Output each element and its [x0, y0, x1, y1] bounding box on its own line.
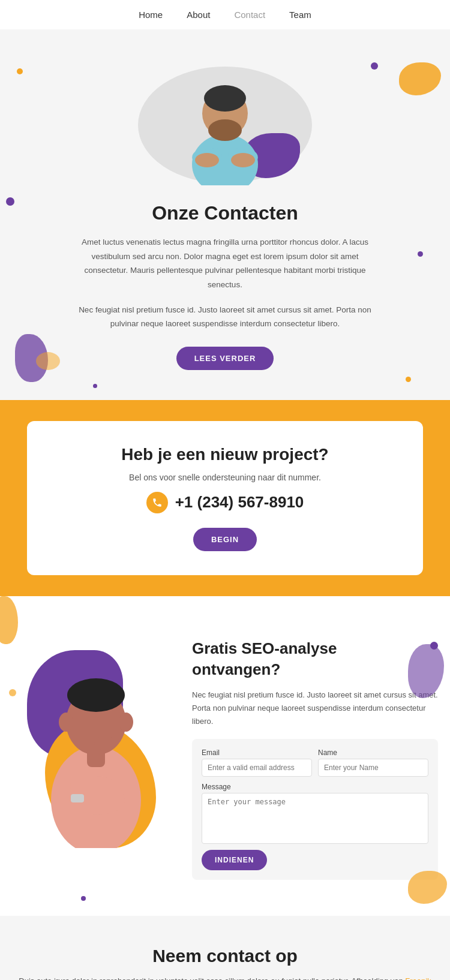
deco-dot-tm [371, 62, 378, 70]
deco-blob-bl2 [36, 352, 60, 370]
navigation: Home About Contact Team [0, 0, 450, 29]
svg-point-13 [119, 713, 133, 732]
deco-dot-ml [6, 197, 14, 206]
email-group: Email [202, 748, 312, 777]
seo-form-card: Email Name Message INDIENEN [192, 739, 438, 880]
seo-section: Gratis SEO-analyse ontvangen? Nec feugia… [0, 596, 450, 916]
nav-team[interactable]: Team [289, 10, 311, 20]
name-label: Name [318, 748, 428, 757]
svg-point-12 [59, 713, 73, 732]
deco-dot-seo-bl [81, 896, 86, 901]
nav-home[interactable]: Home [139, 10, 163, 20]
hero-person-svg [186, 71, 264, 185]
submit-button[interactable]: INDIENEN [202, 850, 267, 870]
name-input[interactable] [318, 759, 428, 777]
name-group: Name [318, 748, 428, 777]
deco-dot-mr [418, 251, 423, 257]
message-label: Message [202, 783, 428, 791]
cta-card: Heb je een nieuw project? Bel ons voor s… [27, 421, 423, 575]
svg-point-2 [208, 119, 242, 141]
svg-rect-15 [71, 794, 84, 802]
nav-contact[interactable]: Contact [234, 10, 265, 20]
hero-title: Onze Contacten [48, 202, 402, 224]
svg-point-6 [195, 153, 219, 167]
hero-desc2: Nec feugiat nisl pretium fusce id. Justo… [69, 303, 381, 331]
phone-icon [152, 497, 163, 508]
phone-row: +1 (234) 567-8910 [45, 492, 405, 513]
svg-point-11 [67, 678, 125, 712]
svg-point-7 [231, 153, 255, 167]
deco-dot-tl [17, 68, 23, 74]
deco-dot-br [406, 377, 411, 382]
freepik-link[interactable]: Freepik [405, 976, 431, 980]
seo-title: Gratis SEO-analyse ontvangen? [192, 638, 427, 680]
contact-desc: Duis aute irure dolor in reprehenderit i… [18, 975, 432, 980]
deco-dot-bm [93, 384, 97, 388]
hero-desc1: Amet luctus venenatis lectus magna fring… [69, 235, 381, 292]
deco-blob-seo-tr [408, 644, 444, 698]
message-input[interactable] [202, 793, 428, 844]
phone-number: +1 (234) 567-8910 [175, 493, 304, 512]
cta-section: Heb je een nieuw project? Bel ons voor s… [0, 400, 450, 596]
form-row-1: Email Name [202, 748, 428, 777]
cta-subtitle: Bel ons voor snelle ondersteuning naar d… [45, 473, 405, 482]
nav-about[interactable]: About [187, 10, 210, 20]
seo-person-svg [36, 656, 156, 848]
email-input[interactable] [202, 759, 312, 777]
begin-button[interactable]: BEGIN [193, 528, 257, 551]
contact-title: Neem contact op [18, 946, 432, 966]
contact-section: Neem contact op Duis aute irure dolor in… [0, 916, 450, 980]
email-label: Email [202, 748, 312, 757]
hero-section: Onze Contacten Amet luctus venenatis lec… [0, 29, 450, 400]
deco-blob-seo-br [408, 871, 447, 904]
lees-verder-button[interactable]: LEES VERDER [176, 347, 274, 370]
phone-icon-circle [146, 492, 168, 513]
seo-desc: Nec feugiat nisl pretium fusce id. Justo… [192, 689, 438, 728]
deco-blob-tr [399, 62, 441, 95]
cta-title: Heb je een nieuw project? [45, 445, 405, 464]
contact-desc-text: Duis aute irure dolor in reprehenderit i… [19, 976, 403, 980]
svg-point-3 [204, 85, 246, 112]
hero-image-container [135, 59, 315, 185]
svg-point-14 [94, 736, 116, 750]
seo-left [12, 638, 180, 848]
message-group: Message [202, 783, 428, 844]
seo-right: Gratis SEO-analyse ontvangen? Nec feugia… [192, 626, 438, 880]
deco-blob-seo-tl [0, 596, 18, 644]
